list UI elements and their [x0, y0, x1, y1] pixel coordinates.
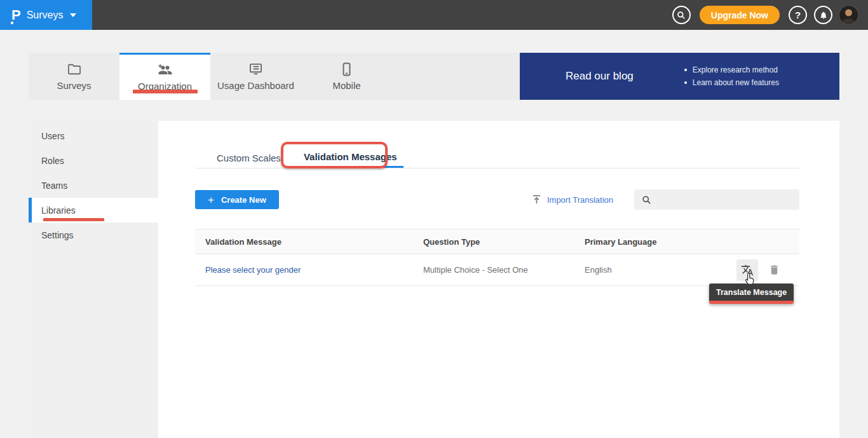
- create-new-label: Create New: [221, 195, 266, 205]
- chevron-down-icon: [70, 13, 76, 17]
- column-header-question-type: Question Type: [413, 237, 574, 247]
- column-header-validation-message: Validation Message: [195, 237, 413, 247]
- sidebar-item-label: Libraries: [41, 205, 76, 216]
- translate-message-button[interactable]: [736, 259, 758, 281]
- search-icon: [642, 195, 651, 205]
- tab-surveys[interactable]: Surveys: [29, 53, 119, 100]
- product-name: Surveys: [27, 10, 64, 21]
- tab-organization[interactable]: Organization: [119, 53, 210, 100]
- promo-title[interactable]: Read our blog: [566, 70, 634, 83]
- delete-button[interactable]: [768, 264, 780, 276]
- tab-label: Mobile: [332, 80, 360, 91]
- help-button[interactable]: ?: [789, 6, 807, 24]
- avatar-photo: [839, 6, 858, 24]
- notifications-button[interactable]: [814, 6, 832, 24]
- import-translation-label: Import Translation: [547, 195, 613, 205]
- sidebar-item-settings[interactable]: Settings: [29, 222, 158, 247]
- mobile-icon: [342, 62, 351, 76]
- column-header-primary-language: Primary Language: [574, 237, 727, 247]
- upload-icon: [532, 195, 541, 205]
- promo-bullet-list: Explore research method Learn about new …: [684, 64, 779, 89]
- validation-messages-table: Validation Message Question Type Primary…: [195, 229, 799, 286]
- bell-icon: [819, 11, 828, 20]
- tab-label: Usage Dashboard: [217, 80, 294, 91]
- translate-message-tooltip: Translate Message: [709, 284, 794, 304]
- upgrade-now-button[interactable]: Upgrade Now: [700, 6, 780, 24]
- table-header-row: Validation Message Question Type Primary…: [195, 229, 799, 254]
- sidebar-item-roles[interactable]: Roles: [29, 148, 158, 173]
- row-actions: Translate Message: [727, 254, 799, 286]
- annotation-underline-libraries: [43, 218, 104, 221]
- plus-icon: +: [208, 195, 214, 205]
- sidebar-item-libraries[interactable]: Libraries: [29, 198, 158, 222]
- sidebar-item-label: Teams: [41, 181, 67, 191]
- table-search-box[interactable]: [634, 189, 799, 210]
- folder-icon: [67, 62, 81, 76]
- sidebar-item-label: Users: [41, 131, 65, 141]
- search-input[interactable]: [651, 189, 799, 210]
- tab-mobile[interactable]: Mobile: [301, 53, 392, 100]
- sidebar-item-teams[interactable]: Teams: [29, 173, 158, 198]
- list-toolbar: + Create New Import Translation: [195, 189, 799, 210]
- validation-message-link[interactable]: Please select your gender: [195, 265, 413, 275]
- search-button[interactable]: [672, 6, 691, 24]
- organization-content-card: Users Roles Teams Libraries Settings Cus…: [29, 121, 839, 438]
- add-users-icon: [158, 63, 173, 77]
- sidebar-item-users[interactable]: Users: [29, 123, 158, 148]
- primary-language-cell: English: [574, 265, 727, 275]
- promo-bullet: Explore research method: [684, 64, 779, 76]
- sidebar-item-label: Settings: [41, 230, 74, 240]
- import-translation-link[interactable]: Import Translation: [532, 195, 613, 205]
- tab-custom-scales[interactable]: Custom Scales: [210, 147, 287, 168]
- tab-label: Surveys: [57, 80, 91, 91]
- translate-icon: [741, 264, 754, 277]
- question-type-cell: Multiple Choice - Select One: [413, 265, 574, 275]
- user-avatar[interactable]: [839, 5, 858, 25]
- trash-icon: [768, 264, 780, 276]
- tab-usage-dashboard[interactable]: Usage Dashboard: [210, 53, 301, 100]
- question-mark-icon: ?: [795, 10, 801, 20]
- library-tabs: Custom Scales Validation Messages: [195, 147, 799, 168]
- organization-sidebar: Users Roles Teams Libraries Settings: [29, 121, 158, 438]
- annotation-underline-organization: [133, 90, 198, 93]
- dashboard-icon: [248, 62, 263, 76]
- tab-validation-messages[interactable]: Validation Messages: [297, 147, 403, 168]
- primary-nav-tabs: Surveys Organization Usage Dashboard Mob…: [29, 53, 839, 100]
- promo-bullet: Learn about new features: [684, 76, 779, 89]
- sidebar-item-label: Roles: [41, 156, 64, 166]
- table-row: Please select your gender Multiple Choic…: [195, 254, 799, 286]
- questionpro-logo-icon: P: [11, 8, 21, 22]
- topbar-actions: Upgrade Now ?: [672, 5, 868, 25]
- search-icon: [677, 11, 686, 20]
- brand-product-switcher[interactable]: P Surveys: [0, 0, 92, 30]
- top-bar: P Surveys Upgrade Now ?: [0, 0, 868, 30]
- create-new-button[interactable]: + Create New: [195, 190, 279, 209]
- libraries-main-panel: Custom Scales Validation Messages + Crea…: [158, 121, 839, 438]
- blog-promo-banner[interactable]: Read our blog Explore research method Le…: [520, 53, 839, 100]
